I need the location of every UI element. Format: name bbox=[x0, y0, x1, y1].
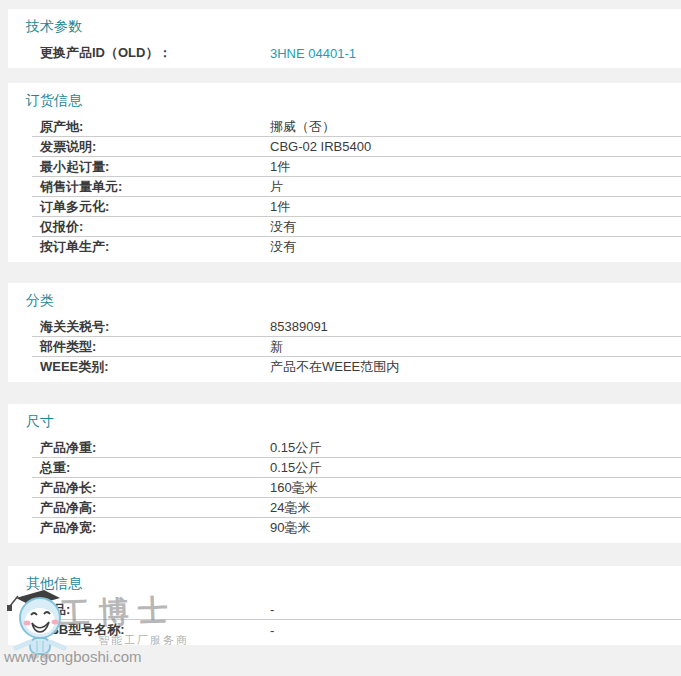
spec-row: 产品净长: 160毫米 bbox=[32, 478, 681, 498]
section-rows: 海关关税号: 85389091 部件类型: 新 WEEE类别: 产品不在WEEE… bbox=[32, 317, 681, 377]
row-value: 0.15公斤 bbox=[270, 439, 681, 457]
row-label: WEEE类别: bbox=[32, 358, 270, 376]
spec-row: 总重: 0.15公斤 bbox=[32, 458, 681, 478]
row-value: 没有 bbox=[270, 238, 681, 256]
row-value: 90毫米 bbox=[270, 519, 681, 537]
watermark-url: www.gongboshi.com bbox=[4, 648, 142, 665]
row-label: 产品净长: bbox=[32, 479, 270, 497]
row-label: 更换产品ID（OLD）： bbox=[32, 44, 270, 62]
spec-row: 销售计量单元: 片 bbox=[32, 177, 681, 197]
row-value: 1件 bbox=[270, 158, 681, 176]
row-label: 产品净高: bbox=[32, 499, 270, 517]
row-label: 原产地: bbox=[32, 118, 270, 136]
row-value: 160毫米 bbox=[270, 479, 681, 497]
row-label: 总重: bbox=[32, 459, 270, 477]
row-label: 部件类型: bbox=[32, 338, 270, 356]
row-label: 销售计量单元: bbox=[32, 178, 270, 196]
spec-row: WEEE类别: 产品不在WEEE范围内 bbox=[32, 357, 681, 377]
product-link[interactable]: 3HNE 04401-1 bbox=[270, 46, 356, 61]
row-value: 0.15公斤 bbox=[270, 459, 681, 477]
row-value: 3HNE 04401-1 bbox=[270, 46, 681, 61]
section-card: 技术参数 更换产品ID（OLD）： 3HNE 04401-1 bbox=[8, 9, 681, 68]
row-label: 仅报价: bbox=[32, 218, 270, 236]
product-spec-page: 技术参数 更换产品ID（OLD）： 3HNE 04401-1 订货信息 原产地:… bbox=[0, 0, 681, 645]
row-label: 产品净重: bbox=[32, 439, 270, 457]
section-rows: 更换产品ID（OLD）： 3HNE 04401-1 bbox=[32, 43, 681, 63]
row-value: 85389091 bbox=[270, 319, 681, 334]
section-title: 订货信息 bbox=[26, 93, 681, 107]
row-label: 按订单生产: bbox=[32, 238, 270, 256]
row-label: 最小起订量: bbox=[32, 158, 270, 176]
spec-row: 原产地: 挪威（否） bbox=[32, 117, 681, 137]
section-card: 订货信息 原产地: 挪威（否） 发票说明: CBG-02 IRB5400 最小起… bbox=[8, 83, 681, 262]
row-value: 没有 bbox=[270, 218, 681, 236]
section-title: 其他信息 bbox=[26, 576, 681, 590]
section-title: 技术参数 bbox=[26, 19, 681, 33]
row-label: 订单多元化: bbox=[32, 198, 270, 216]
section-card: 尺寸 产品净重: 0.15公斤 总重: 0.15公斤 产品净长: 160毫米 产… bbox=[8, 404, 681, 543]
section-card: 分类 海关关税号: 85389091 部件类型: 新 WEEE类别: 产品不在W… bbox=[8, 283, 681, 382]
spec-row: 按订单生产: 没有 bbox=[32, 237, 681, 257]
section-rows: 产品净重: 0.15公斤 总重: 0.15公斤 产品净长: 160毫米 产品净高… bbox=[32, 438, 681, 538]
spec-row: 最小起订量: 1件 bbox=[32, 157, 681, 177]
row-value: 挪威（否） bbox=[270, 118, 681, 136]
row-value: - bbox=[270, 623, 681, 638]
row-label: ABB型号名称: bbox=[32, 621, 270, 639]
row-value: 产品不在WEEE范围内 bbox=[270, 358, 681, 376]
row-label: 产品: bbox=[32, 601, 270, 619]
spec-row: 海关关税号: 85389091 bbox=[32, 317, 681, 337]
spec-row: 发票说明: CBG-02 IRB5400 bbox=[32, 137, 681, 157]
spec-row: 仅报价: 没有 bbox=[32, 217, 681, 237]
spec-row: 产品: - bbox=[32, 600, 681, 620]
section-rows: 产品: - ABB型号名称: - bbox=[32, 600, 681, 640]
spec-row: 产品净重: 0.15公斤 bbox=[32, 438, 681, 458]
section-title: 分类 bbox=[26, 293, 681, 307]
spec-sections: 技术参数 更换产品ID（OLD）： 3HNE 04401-1 订货信息 原产地:… bbox=[0, 9, 681, 645]
spec-row: 产品净宽: 90毫米 bbox=[32, 518, 681, 538]
row-label: 发票说明: bbox=[32, 138, 270, 156]
row-label: 海关关税号: bbox=[32, 318, 270, 336]
section-title: 尺寸 bbox=[26, 414, 681, 428]
row-value: 24毫米 bbox=[270, 499, 681, 517]
spec-row: 订单多元化: 1件 bbox=[32, 197, 681, 217]
spec-row: 更换产品ID（OLD）： 3HNE 04401-1 bbox=[32, 43, 681, 63]
section-rows: 原产地: 挪威（否） 发票说明: CBG-02 IRB5400 最小起订量: 1… bbox=[32, 117, 681, 257]
row-value: 新 bbox=[270, 338, 681, 356]
spec-row: 部件类型: 新 bbox=[32, 337, 681, 357]
row-value: - bbox=[270, 602, 681, 617]
row-value: 1件 bbox=[270, 198, 681, 216]
row-label: 产品净宽: bbox=[32, 519, 270, 537]
spec-row: 产品净高: 24毫米 bbox=[32, 498, 681, 518]
spec-row: ABB型号名称: - bbox=[32, 620, 681, 640]
section-card: 其他信息 产品: - ABB型号名称: - bbox=[8, 566, 681, 645]
row-value: CBG-02 IRB5400 bbox=[270, 139, 681, 154]
row-value: 片 bbox=[270, 178, 681, 196]
